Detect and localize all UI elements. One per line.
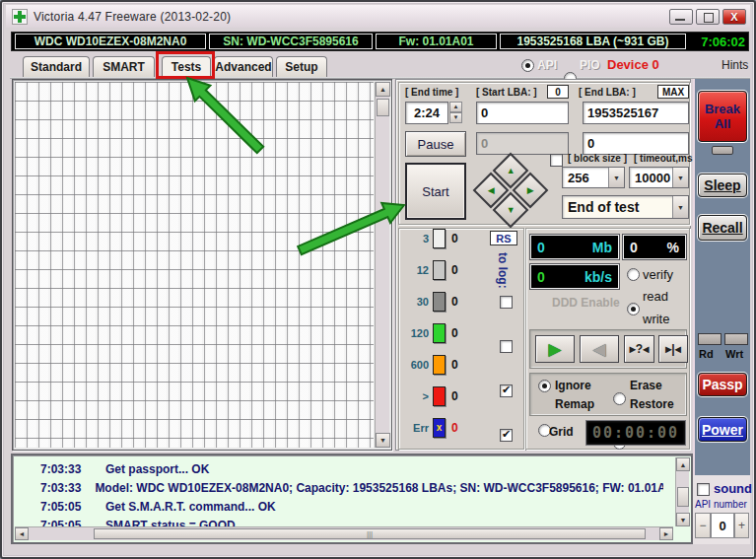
ignore-radio[interactable] (538, 380, 551, 392)
end-time-spinner[interactable]: ▲ ▼ (449, 102, 462, 123)
api-radio[interactable] (521, 59, 534, 72)
start-lba-input[interactable]: 0 (476, 102, 569, 124)
mb-display: 0 Mb (530, 235, 619, 259)
tab-smart[interactable]: SMART (93, 56, 155, 77)
write-label: write (643, 312, 669, 326)
seek-question-button[interactable]: ▸?◂ (624, 335, 654, 363)
grid-scroll-down-icon[interactable]: ▼ (376, 433, 390, 448)
scan-grid-canvas (15, 82, 374, 448)
device-label: Device 0 (607, 57, 659, 72)
spin-up-icon[interactable]: ▲ (449, 102, 462, 112)
legend-label: > (403, 390, 429, 402)
log-time: 7:05:05 (40, 500, 92, 514)
nav-option-checkbox[interactable] (550, 154, 563, 167)
close-button[interactable]: X (722, 9, 746, 25)
block-size-label: [ block size ] (568, 153, 627, 164)
end-action-dropdown-icon[interactable] (672, 196, 688, 218)
end-action-dropdown[interactable]: End of test (562, 195, 689, 219)
play-button[interactable]: ▶ (535, 335, 575, 363)
tab-setup[interactable]: Setup (276, 56, 327, 77)
timeout-value: 10000 (630, 171, 672, 185)
api-number-value: 0 (711, 513, 734, 538)
passp-button[interactable]: Passp (698, 373, 747, 396)
start-lba-label: [ Start LBA: ] (476, 87, 537, 98)
legend-count: 0 (451, 358, 458, 372)
end-lba-alt-input[interactable]: 0 (583, 132, 689, 155)
down-triangle-icon: ▼ (507, 205, 515, 215)
log-row: 7:05:05 Get S.M.A.R.T. command... OK (13, 497, 663, 516)
erase-radio[interactable] (613, 392, 626, 405)
sound-checkbox[interactable] (697, 483, 710, 496)
log-row: 7:03:33 Get passport... OK (13, 459, 663, 478)
maximize-button[interactable] (696, 9, 720, 25)
log-vscrollbar[interactable]: ▲ ▼ (675, 457, 689, 526)
grid-scroll-thumb[interactable] (377, 99, 389, 116)
to-log-checkbox-600[interactable] (500, 384, 513, 397)
drive-capacity: 1953525168 LBA (~931 GB) (500, 34, 686, 49)
window-title: Victoria 4.47 Freeware (2013-02-20) (34, 10, 231, 24)
percent-unit: % (667, 240, 679, 255)
end-action-value: End of test (563, 199, 672, 215)
minimize-button[interactable] (669, 9, 693, 25)
pause-button[interactable]: Pause (405, 131, 466, 157)
log-hscrollbar[interactable]: ◄ ||| ► (15, 526, 673, 540)
legend-count-err: 0 (451, 421, 458, 435)
percent-value: 0 (630, 240, 638, 255)
block-size-value: 256 (563, 171, 608, 185)
step-back-button[interactable]: ◀ (580, 335, 619, 363)
spin-down-icon[interactable]: ▼ (449, 112, 462, 123)
tab-standard[interactable]: Standard (23, 56, 90, 77)
legend-swatch (433, 260, 446, 280)
log-hscroll-thumb[interactable]: ||| (94, 528, 646, 539)
tab-advanced[interactable]: Advanced (214, 56, 273, 77)
break-all-button[interactable]: Break All (698, 91, 747, 142)
legend-label: 600 (403, 359, 429, 371)
speed-legend-group: RS to log: 3 0 12 0 30 0 120 0 600 0 > 0 (398, 228, 524, 450)
to-log-checkbox-slow[interactable] (500, 429, 513, 442)
clock: 7:06:02 (688, 34, 745, 49)
timeout-dropdown-icon[interactable] (672, 168, 688, 187)
legend-count: 0 (451, 232, 458, 245)
mb-value: 0 (537, 240, 545, 255)
legend-label: 30 (403, 296, 429, 308)
power-button[interactable]: Power (698, 417, 747, 442)
test-control-panel: [ End time ] [ Start LBA: ] 0 [ End LBA:… (395, 79, 691, 451)
start-lba-zero-button[interactable]: 0 (547, 85, 569, 99)
read-radio[interactable] (627, 303, 640, 315)
legend-count: 0 (451, 389, 458, 403)
grid-scrollbar[interactable]: ▲ ▼ (375, 82, 389, 448)
api-number-minus-button[interactable]: − (695, 513, 711, 538)
to-log-checkbox-120[interactable] (500, 340, 513, 353)
to-log-checkbox-30[interactable] (500, 296, 513, 309)
log-panel: 7:03:33 Get passport... OK 7:03:33 Model… (11, 454, 693, 544)
speed-display: 0 kb/s (530, 264, 619, 289)
log-scroll-down-icon[interactable]: ▼ (676, 513, 690, 526)
read-label: read (643, 289, 668, 304)
log-scroll-left-icon[interactable]: ◄ (15, 527, 29, 540)
sound-label: sound (714, 481, 752, 496)
end-time-input[interactable]: 2:24 (405, 102, 448, 124)
block-size-dropdown-icon[interactable] (608, 168, 624, 187)
log-vscroll-thumb[interactable] (677, 487, 689, 507)
seek-end-button[interactable]: ▸|◂ (658, 335, 688, 363)
log-scroll-right-icon[interactable]: ► (659, 527, 673, 540)
block-size-dropdown[interactable]: 256 (562, 167, 625, 188)
start-button[interactable]: Start (405, 163, 466, 220)
rs-button[interactable]: RS (490, 231, 517, 245)
remap-label: Remap (555, 397, 594, 411)
recall-button[interactable]: Recall (698, 215, 747, 241)
grid-scroll-up-icon[interactable]: ▲ (376, 82, 390, 97)
verify-radio[interactable] (627, 268, 640, 281)
transport-panel: ▶ ◀ ▸?◂ ▸|◂ (529, 329, 687, 369)
legend-swatch (433, 355, 446, 375)
timeout-dropdown[interactable]: 10000 (629, 167, 689, 188)
end-lba-input[interactable]: 1953525167 (583, 102, 689, 124)
end-lba-max-button[interactable]: MAX (657, 85, 689, 99)
sleep-button[interactable]: Sleep (698, 174, 747, 197)
log-message: Get passport... OK (105, 462, 209, 476)
api-number-plus-button[interactable]: + (734, 513, 749, 538)
legend-label: 3 (403, 233, 429, 245)
up-triangle-icon: ▲ (507, 166, 515, 175)
log-scroll-up-icon[interactable]: ▲ (676, 457, 690, 471)
recall-label: Recall (702, 220, 742, 236)
